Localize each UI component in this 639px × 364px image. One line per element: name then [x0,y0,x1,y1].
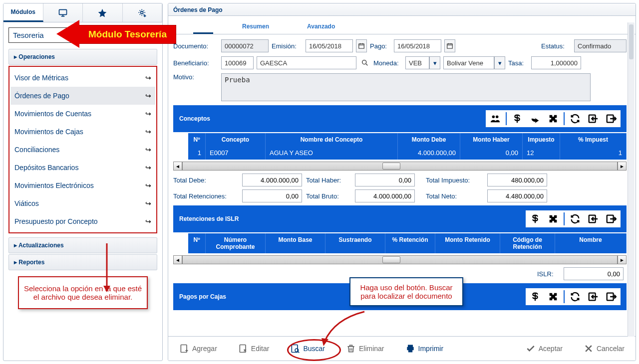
tasa-field[interactable] [531,56,581,69]
tab-tools[interactable] [123,3,163,22]
tab-desktop[interactable] [43,3,83,22]
tab-modulos[interactable]: Módulos [3,3,43,22]
share-icon: ↪ [145,217,151,225]
conceptos-toolbar [486,110,621,127]
eliminar-button[interactable]: Eliminar [342,342,388,356]
total-islr-field [564,267,624,280]
beneficiario-code-field[interactable] [221,56,254,69]
tool-import-icon[interactable] [586,111,601,126]
acc-operaciones[interactable]: Operaciones [8,49,157,65]
share-icon: ↪ [145,199,151,207]
nav-mov-cajas[interactable]: Movimientos de Cajas↪ [10,123,155,141]
annotation-module-arrow: Módulo Tesorería [79,25,176,44]
acc-actualizaciones[interactable]: Actualizaciones [8,237,157,253]
tool-export-icon[interactable] [604,211,619,226]
nav-conciliaciones[interactable]: Conciliaciones↪ [10,141,155,159]
tool-forward-icon[interactable] [528,111,543,126]
tasa-label: Tasa: [508,59,528,67]
section-islr: Retenciones de ISLR [173,205,627,232]
nav-depositos[interactable]: Depósitos Bancarios↪ [10,159,155,177]
total-ret-label: Total Retenciones: [173,192,238,200]
monitor-icon [58,8,68,18]
agregar-button[interactable]: Agregar [175,342,221,356]
tab-favorites[interactable] [83,3,123,22]
tool-export-icon[interactable] [604,111,619,126]
tool-puzzle-icon[interactable] [546,211,561,226]
total-bruto-label: Total Bruto: [306,192,351,200]
total-bruto-field [355,189,415,202]
nav-viaticos[interactable]: Viáticos↪ [10,194,155,212]
tool-puzzle-icon[interactable] [546,289,561,304]
documento-field[interactable] [221,39,269,52]
emision-label: Emisión: [272,42,303,50]
tool-refresh-icon[interactable] [568,211,583,226]
total-neto-field [487,189,547,202]
islr-toolbar [526,210,621,227]
total-impuesto-label: Total Impuesto: [426,177,483,184]
cancelar-button[interactable]: Cancelar [580,342,629,356]
svg-rect-13 [181,345,187,353]
beneficiario-name-field[interactable] [257,56,356,69]
nav-mov-electronicos[interactable]: Movimientos Electrónicos↪ [10,177,155,194]
section-pagos-cajas-title: Pagos por Cajas [179,293,226,300]
estatus-label: Estatus: [541,42,571,50]
motivo-field[interactable]: Prueba [221,73,591,101]
tool-refresh-icon[interactable] [568,289,583,304]
tool-puzzle-icon[interactable] [546,111,561,126]
svg-point-1 [140,11,143,13]
acc-reportes[interactable]: Reportes [8,254,157,270]
svg-point-5 [492,116,495,119]
callout-select-option: Selecciona la opción en la que esté el a… [18,276,148,309]
tool-import-icon[interactable] [586,289,601,304]
total-neto-label: Total Neto: [426,192,483,200]
tool-import-icon[interactable] [586,211,601,226]
content-tabs: Resumen Avanzado [168,16,636,34]
islr-hscroll[interactable]: ◄► [173,255,627,264]
moneda-label: Moneda: [373,59,402,67]
tool-export-icon[interactable] [604,289,619,304]
moneda-code-field[interactable] [405,56,429,69]
svg-rect-3 [447,44,453,48]
svg-marker-18 [103,286,110,292]
tab-resumen[interactable]: Resumen [233,20,278,34]
emision-field[interactable] [306,39,353,52]
content-vscroll[interactable] [628,22,635,337]
nav-mov-cuentas[interactable]: Movimientos de Cuentas↪ [10,105,155,123]
nav-presupuesto[interactable]: Presupuesto por Concepto↪ [10,212,155,230]
estatus-field [574,39,627,52]
emision-calendar-icon[interactable] [356,39,367,52]
tool-dollar-icon[interactable] [510,111,525,126]
tab-modulos-label: Módulos [11,8,35,15]
moneda-name-dropdown-icon[interactable]: ▾ [494,56,505,69]
conceptos-hscroll[interactable]: ◄► [173,162,627,171]
nav-ordenes-pago[interactable]: Órdenes de Pago↪ [10,87,155,105]
total-debe-label: Total Debe: [173,177,238,184]
pago-calendar-icon[interactable] [444,39,455,52]
tool-refresh-icon[interactable] [568,111,583,126]
moneda-name-field[interactable] [443,56,494,69]
tool-people-icon[interactable] [488,111,503,126]
imprimir-button[interactable]: Imprimir [401,342,448,356]
annotation-down-arrow [102,243,112,293]
aceptar-button[interactable]: Aceptar [522,342,567,356]
total-impuesto-field [487,174,547,186]
tab-avanzado[interactable]: Avanzado [298,20,344,34]
pago-field[interactable] [394,39,441,52]
conceptos-row-1[interactable]: 1 E0007 AGUA Y ASEO 4.000.000,00 0,00 12… [173,146,627,160]
total-haber-field [355,174,415,186]
share-icon: ↪ [145,164,151,172]
moneda-code-dropdown-icon[interactable]: ▾ [429,56,440,69]
annotation-search-tip: Haga uso del botón. Buscar para localiza… [349,277,463,306]
tool-dollar-icon[interactable] [528,211,543,226]
share-icon: ↪ [145,110,151,118]
tool-dollar-icon[interactable] [528,289,543,304]
svg-point-4 [362,60,366,64]
editar-button[interactable]: Editar [234,342,274,356]
section-conceptos-title: Conceptos [179,115,210,122]
buscar-button[interactable]: Buscar [286,342,329,356]
total-debe-field [242,174,302,186]
total-ret-field [242,189,302,202]
beneficiario-search-icon[interactable] [359,56,370,69]
tab-main[interactable] [193,20,213,34]
nav-visor-metricas[interactable]: Visor de Métricas↪ [10,69,155,87]
